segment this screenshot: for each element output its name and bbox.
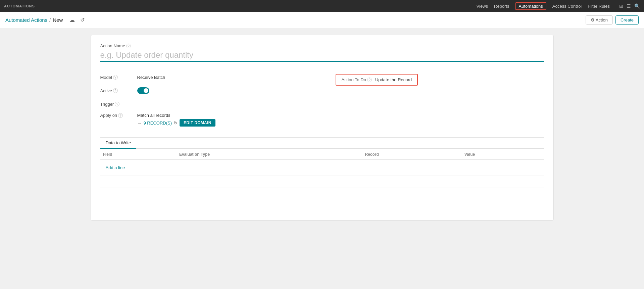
active-field: Active ? [100,86,309,95]
model-value[interactable]: Receive Batch [137,75,165,80]
create-button[interactable]: Create [615,15,639,25]
active-label: Active ? [100,88,137,93]
tab-data-to-write[interactable]: Data to Write [100,138,137,149]
action-todo-value[interactable]: Update the Record [375,77,412,82]
tabs-section: Data to Write Field Evaluation Type Reco… [100,137,544,212]
table-row-add-line: Add a line [100,160,544,176]
top-navigation: AUTOMATIONS Views Reports Automations Ac… [0,0,644,12]
col-field: Field [100,149,177,160]
undo-button[interactable]: ↺ [79,16,86,24]
table-header-row: Field Evaluation Type Record Value [100,149,544,160]
trigger-help-icon[interactable]: ? [115,102,119,106]
top-nav-links: Views Reports Automations Access Control… [477,2,640,10]
nav-filter-rules[interactable]: Filter Rules [588,4,610,9]
main-content: Action Name ? Model ? Receive Batch [0,28,644,289]
apply-on-match-text: Match all records [137,113,215,118]
form-right-column: Action To Do ? Update the Record [322,73,544,131]
model-field: Model ? Receive Batch [100,73,309,82]
breadcrumb-current: New [53,17,63,23]
action-name-label: Action Name ? [100,43,544,48]
action-name-help-icon[interactable]: ? [126,44,131,48]
col-evaluation-type: Evaluation Type [177,149,362,160]
table-body: Add a line [100,160,544,212]
table-row-empty-3 [100,200,544,212]
model-help-icon[interactable]: ? [113,75,118,80]
secondary-header: Automated Actions / New ☁ ↺ ⚙ Action Cre… [0,12,644,28]
apply-on-label: Apply on ? [100,113,137,118]
form-card: Action Name ? Model ? Receive Batch [91,35,554,221]
add-line-cell: Add a line [100,160,544,176]
action-todo-help-icon[interactable]: ? [367,78,372,82]
data-table: Field Evaluation Type Record Value Add a… [100,149,544,212]
refresh-icon[interactable]: ↻ [174,121,178,126]
trigger-field: Trigger ? [100,99,309,109]
active-help-icon[interactable]: ? [113,88,118,93]
action-todo-container: Action To Do ? Update the Record [336,74,544,86]
header-right-actions: ⚙ Action Create [586,15,639,25]
top-nav-icons: ⊞ ☰ 🔍 [619,3,640,9]
edit-domain-button[interactable]: EDIT DOMAIN [180,119,215,127]
nav-views[interactable]: Views [477,4,488,9]
apply-on-field: Apply on ? Match all records → 9 RECORD(… [100,113,309,127]
action-todo-label: Action To Do ? [342,77,372,82]
action-button[interactable]: ⚙ Action [586,15,613,25]
nav-reports[interactable]: Reports [494,4,509,9]
model-label: Model ? [100,75,137,80]
table-header: Field Evaluation Type Record Value [100,149,544,160]
form-left-column: Model ? Receive Batch Active ? [100,73,322,131]
action-name-input[interactable] [100,49,544,62]
table-row-empty-2 [100,188,544,200]
breadcrumb-actions: ☁ ↺ [68,16,86,24]
form-grid: Model ? Receive Batch Active ? [100,73,544,131]
action-todo-box: Action To Do ? Update the Record [336,74,418,86]
monitor-icon[interactable]: ⊞ [619,3,623,9]
action-name-group: Action Name ? [100,43,544,68]
add-line-link[interactable]: Add a line [103,162,128,173]
apply-on-help-icon[interactable]: ? [118,113,123,118]
col-value: Value [462,149,544,160]
list-icon[interactable]: ☰ [627,3,631,9]
breadcrumb-parent[interactable]: Automated Actions [5,17,47,23]
table-row-empty-1 [100,176,544,188]
records-row: → 9 RECORD(S) ↻ EDIT DOMAIN [137,119,215,127]
nav-automations[interactable]: Automations [515,2,546,10]
records-count-link[interactable]: 9 RECORD(S) [144,121,172,126]
nav-access-control[interactable]: Access Control [552,4,582,9]
tabs-header: Data to Write [100,138,544,149]
active-toggle[interactable] [137,87,149,94]
col-record: Record [362,149,462,160]
breadcrumb-separator: / [49,17,51,23]
search-icon[interactable]: 🔍 [634,3,640,9]
apply-on-values: Match all records → 9 RECORD(S) ↻ EDIT D… [137,113,215,127]
app-name: AUTOMATIONS [4,4,35,8]
trigger-label: Trigger ? [100,102,137,107]
arrow-icon: → [137,121,142,126]
breadcrumb: Automated Actions / New ☁ ↺ [5,16,86,24]
save-cloud-button[interactable]: ☁ [68,16,76,24]
